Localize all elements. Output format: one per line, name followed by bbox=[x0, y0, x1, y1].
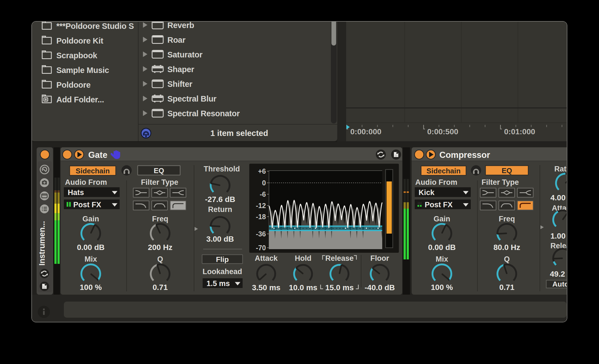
svg-text:0.00 dB: 0.00 dB bbox=[77, 243, 105, 252]
svg-text:Gain: Gain bbox=[82, 215, 99, 223]
svg-text:0:01:000: 0:01:000 bbox=[504, 127, 535, 136]
svg-text:Sidechain: Sidechain bbox=[427, 167, 461, 175]
svg-text:Poldoore Kit: Poldoore Kit bbox=[56, 36, 103, 45]
svg-text:-12: -12 bbox=[256, 202, 266, 209]
svg-text:0.00 dB: 0.00 dB bbox=[428, 243, 456, 252]
svg-text:Sidechain: Sidechain bbox=[76, 167, 110, 175]
svg-text:Scrapbook: Scrapbook bbox=[56, 51, 97, 60]
svg-text:Shifter: Shifter bbox=[167, 80, 192, 89]
svg-text:Floor: Floor bbox=[370, 254, 389, 262]
svg-text:Filter Type: Filter Type bbox=[482, 178, 519, 186]
svg-text:Return: Return bbox=[208, 205, 232, 214]
svg-text:-6: -6 bbox=[260, 190, 266, 198]
svg-text:Saturator: Saturator bbox=[167, 50, 202, 59]
svg-text:Hold: Hold bbox=[295, 254, 311, 262]
svg-text:Gate: Gate bbox=[88, 150, 107, 160]
svg-text:10.0 ms: 10.0 ms bbox=[289, 283, 318, 292]
svg-text:Roar: Roar bbox=[167, 36, 185, 44]
svg-text:-18: -18 bbox=[256, 213, 266, 221]
svg-text:-27.6 dB: -27.6 dB bbox=[205, 195, 235, 204]
svg-text:Attack: Attack bbox=[255, 254, 278, 262]
svg-text:Shaper: Shaper bbox=[167, 65, 194, 74]
svg-text:Freq: Freq bbox=[152, 215, 168, 223]
svg-text:Hats: Hats bbox=[68, 188, 84, 197]
svg-text:EQ: EQ bbox=[502, 166, 512, 175]
svg-text:Auto: Auto bbox=[552, 280, 567, 288]
svg-text:100 %: 100 % bbox=[80, 283, 102, 292]
svg-text:Lookahead: Lookahead bbox=[203, 267, 242, 276]
svg-text:Add Folder...: Add Folder... bbox=[56, 95, 104, 104]
svg-text:200 Hz: 200 Hz bbox=[148, 243, 173, 252]
svg-text:Audio From: Audio From bbox=[65, 178, 107, 186]
svg-text:Flip: Flip bbox=[216, 255, 229, 264]
svg-text:Filter Type: Filter Type bbox=[141, 178, 178, 186]
svg-text:3.00 dB: 3.00 dB bbox=[206, 235, 234, 243]
svg-text:Mix: Mix bbox=[436, 255, 448, 263]
svg-text:Post FX: Post FX bbox=[425, 201, 453, 209]
svg-text:Freq: Freq bbox=[499, 215, 515, 223]
svg-text:EQ: EQ bbox=[154, 166, 164, 175]
svg-text:Spectral Blur: Spectral Blur bbox=[167, 94, 217, 103]
svg-text:1.5 ms: 1.5 ms bbox=[207, 279, 230, 288]
svg-text:Audio From: Audio From bbox=[415, 178, 457, 186]
svg-text:1 item selected: 1 item selected bbox=[210, 129, 268, 138]
svg-text:Reverb: Reverb bbox=[167, 22, 194, 30]
svg-text:+6: +6 bbox=[258, 167, 266, 175]
svg-text:Threshold: Threshold bbox=[204, 165, 240, 173]
svg-text:Sample Music: Sample Music bbox=[56, 66, 109, 75]
svg-text:100 %: 100 % bbox=[431, 283, 453, 292]
svg-text:Gain: Gain bbox=[434, 215, 450, 223]
svg-text:1.00 ms: 1.00 ms bbox=[550, 232, 567, 240]
svg-text:49.2 ms: 49.2 ms bbox=[550, 270, 567, 278]
svg-text:Kick: Kick bbox=[419, 188, 435, 197]
svg-text:4.00 : 1: 4.00 : 1 bbox=[550, 193, 567, 202]
svg-text:3.50 ms: 3.50 ms bbox=[252, 283, 281, 292]
svg-text:-36: -36 bbox=[256, 230, 266, 238]
svg-text:Spectral Resonator: Spectral Resonator bbox=[167, 109, 240, 118]
svg-text:0.71: 0.71 bbox=[153, 283, 168, 292]
svg-text:Release: Release bbox=[325, 254, 354, 262]
svg-text:***Poldoore Studio S: ***Poldoore Studio S bbox=[56, 22, 134, 31]
svg-text:-70: -70 bbox=[256, 244, 266, 252]
svg-text:Q: Q bbox=[504, 255, 510, 263]
svg-text:15.0 ms: 15.0 ms bbox=[325, 283, 354, 292]
svg-text:0:00:500: 0:00:500 bbox=[427, 127, 458, 136]
svg-text:Ratio: Ratio bbox=[554, 165, 567, 173]
svg-text:0.71: 0.71 bbox=[499, 283, 515, 292]
svg-text:0:00:000: 0:00:000 bbox=[350, 127, 381, 136]
svg-text:Poldoore: Poldoore bbox=[56, 80, 90, 89]
svg-text:Compressor: Compressor bbox=[439, 150, 490, 160]
svg-text:-40.0 dB: -40.0 dB bbox=[365, 283, 395, 292]
svg-text:Mix: Mix bbox=[84, 255, 97, 263]
svg-text:80.0 Hz: 80.0 Hz bbox=[494, 243, 520, 252]
svg-text:Instrumen...: Instrumen... bbox=[37, 221, 46, 266]
svg-text:0: 0 bbox=[262, 179, 266, 187]
svg-text:Post FX: Post FX bbox=[73, 201, 101, 209]
svg-text:Q: Q bbox=[157, 255, 163, 263]
